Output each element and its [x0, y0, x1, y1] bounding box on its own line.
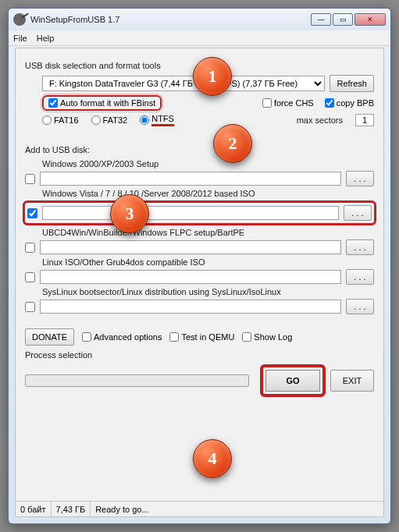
titlebar: WinSetupFromUSB 1.7 — ▭ ✕ [9, 9, 390, 30]
opt2-highlight: . . . [23, 200, 376, 225]
opt5-checkbox[interactable] [25, 302, 35, 312]
opt2-path[interactable] [42, 206, 339, 220]
opt3-path[interactable] [40, 240, 341, 254]
exit-button[interactable]: EXIT [330, 370, 374, 392]
opt5-label: SysLinux bootsector/Linux distribution u… [42, 287, 281, 296]
status-text: Ready to go... [91, 502, 383, 516]
app-icon [13, 13, 26, 26]
opt3-checkbox[interactable] [25, 243, 35, 253]
close-button[interactable]: ✕ [354, 13, 386, 26]
opt4-path[interactable] [40, 270, 341, 284]
opt5-browse[interactable]: . . . [346, 299, 374, 314]
window-buttons: — ▭ ✕ [311, 13, 386, 26]
maxsectors-label: max sectors [297, 115, 343, 125]
menu-help[interactable]: Help [37, 34, 55, 43]
statusbar: 0 байт 7,43 ГБ Ready to go... [16, 501, 383, 516]
forcechs-checkbox[interactable]: force CHS [262, 98, 314, 108]
opt5-path[interactable] [40, 300, 341, 314]
copybpb-checkbox[interactable]: copy BPB [325, 98, 374, 108]
opt4-label: Linux ISO/Other Grub4dos compatible ISO [42, 257, 205, 267]
opt2-label: Windows Vista / 7 / 8 / 10 /Server 2008/… [42, 189, 255, 198]
ntfs-radio[interactable]: NTFS [140, 114, 174, 126]
fat16-radio[interactable]: FAT16 [42, 115, 79, 125]
usb-selection-label: USB disk selection and format tools [25, 61, 374, 70]
add-to-usb-label: Add to USB disk: [25, 145, 374, 154]
donate-button[interactable]: DONATE [25, 328, 74, 346]
opt1-label: Windows 2000/XP/2003 Setup [42, 159, 159, 168]
menu-file[interactable]: File [13, 34, 27, 43]
go-button[interactable]: GO [265, 370, 320, 392]
opt1-browse[interactable]: . . . [346, 171, 374, 186]
status-size2: 7,43 ГБ [52, 502, 91, 516]
process-selection-label: Process selection [25, 350, 374, 360]
progress-bar [25, 374, 249, 387]
autoformat-highlight: Auto format it with FBinst [42, 95, 162, 111]
drive-select[interactable]: F: Kingston DataTraveler G3 (7,44 ГБ Tot… [42, 76, 325, 91]
client-area: USB disk selection and format tools F: K… [15, 48, 384, 517]
opt3-label: UBCD4Win/WinBuilder/Windows FLPC setup/B… [42, 228, 244, 237]
minimize-button[interactable]: — [311, 13, 331, 26]
opt2-checkbox[interactable] [27, 208, 37, 218]
autoformat-checkbox[interactable]: Auto format it with FBinst [48, 98, 155, 108]
advanced-options-checkbox[interactable]: Advanced options [82, 332, 162, 342]
show-log-checkbox[interactable]: Show Log [242, 332, 292, 342]
window-title: WinSetupFromUSB 1.7 [30, 15, 311, 24]
opt1-checkbox[interactable] [25, 174, 35, 184]
opt3-browse[interactable]: . . . [346, 239, 374, 255]
opt4-browse[interactable]: . . . [346, 269, 374, 285]
menubar: File Help [9, 30, 390, 46]
test-qemu-checkbox[interactable]: Test in QEMU [169, 332, 234, 342]
status-size1: 0 байт [16, 502, 52, 516]
app-window: WinSetupFromUSB 1.7 — ▭ ✕ File Help USB … [8, 8, 391, 524]
maximize-button[interactable]: ▭ [333, 13, 353, 26]
fat32-radio[interactable]: FAT32 [91, 115, 128, 125]
opt2-browse[interactable]: . . . [344, 205, 372, 221]
maxsectors-input[interactable] [355, 114, 374, 126]
opt1-path[interactable] [40, 172, 341, 186]
go-highlight: GO [260, 364, 326, 397]
refresh-button[interactable]: Refresh [330, 75, 374, 92]
opt4-checkbox[interactable] [25, 272, 35, 282]
